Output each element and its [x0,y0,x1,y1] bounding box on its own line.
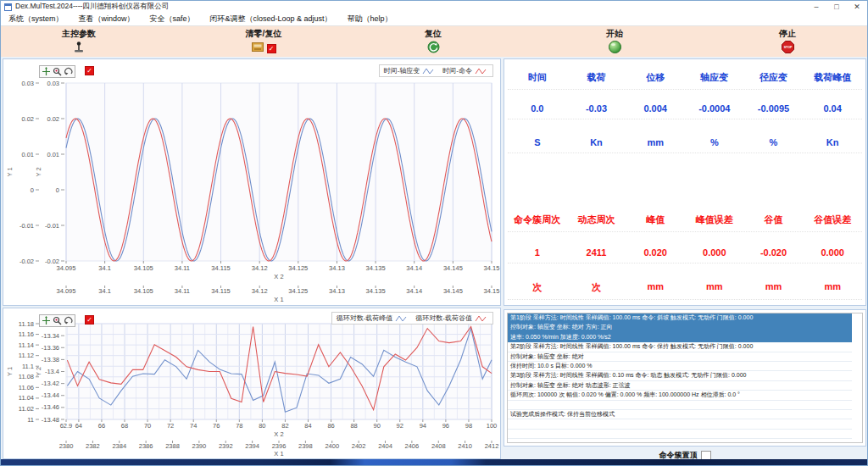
menu-item-0[interactable]: 系统（system） [1,14,71,25]
stage-log-row-6[interactable]: 第3阶段 采样方法: 时间线性 采样阈值: 0.10 ms 命令: 动态 触发模… [508,371,852,380]
title-bar: Dex.MulTest.2024----四川德翔科创仪器有限公司 – □ ✕ [1,1,867,13]
svg-text:2400: 2400 [325,442,339,450]
svg-text:34.115: 34.115 [211,287,230,295]
minimize-icon[interactable]: – [806,1,826,13]
undo-icon[interactable] [64,67,73,76]
svg-text:X 1: X 1 [274,296,283,303]
stage-log-row-2[interactable]: 速率: 0.050 %/min 加速度: 0.000 %/s2 [508,333,852,342]
measurement-cell: 次 [508,281,567,294]
measurement-blue-headers-row: 时间载荷位移轴应变径应变载荷峰值 [508,71,862,90]
waveform-chart-panel: 0.030.020.010-0.01-0.020.030.020.010-0.0… [3,58,501,306]
stage-log-row-5[interactable]: 保持时间: 10.0 s 目标: 0.000 % [508,362,852,371]
cycle-trend-chart-panel: 11.1811.1611.1411.1211.111.0811.0611.041… [3,308,501,459]
stage-log-row-7[interactable]: 控制对象: 轴应变 坐标: 绝对 动态波形: 正弦波 [508,381,852,391]
svg-text:2394: 2394 [245,442,259,450]
svg-text:98: 98 [465,422,472,430]
svg-text:2392: 2392 [219,442,233,450]
svg-text:0.03: 0.03 [21,80,34,87]
svg-text:34.135: 34.135 [366,264,386,272]
menu-item-3[interactable]: 闭环&调整（closed-Loop & adjust） [203,14,340,25]
stage-log-row-0[interactable]: 第1阶段 采样方法: 时间线性 采样阈值: 100.00 ms 命令: 斜坡 触… [508,313,852,323]
toolbar-button-1[interactable]: 清零/复位✓ [223,28,304,55]
toolbar-button-4[interactable]: 停止STOP [747,28,828,55]
toolbar-button-icons [392,42,474,55]
toolbar-button-label: 开始 [574,28,655,40]
svg-text:-13.4: -13.4 [45,368,59,375]
stop-sign-icon: STOP [782,41,794,57]
measurement-cell: 载荷峰值 [803,71,862,84]
toolbar-button-2[interactable]: 复位 [392,28,474,55]
measurement-red-values-row: 124110.0200.000-0.0200.000 [508,247,862,264]
measurement-blue-units-row: SKnmm%%Kn [508,137,862,153]
svg-text:11.12: 11.12 [19,352,34,359]
svg-text:0: 0 [56,186,59,194]
stage-log-row-11[interactable] [508,419,852,429]
measurement-cell: mm [744,281,804,294]
measurement-cell: 0.000 [803,247,862,258]
svg-text:Y 2: Y 2 [35,367,42,376]
measurement-cell: 位移 [626,71,685,84]
menu-item-4[interactable]: 帮助（help） [340,14,400,25]
svg-text:-13.46: -13.46 [42,403,59,411]
stage-log-row-8[interactable]: 循环周次: 100000 次 幅值: 0.020 % 偏置: 0.000 % 频… [508,391,852,400]
svg-text:34.12: 34.12 [252,287,268,295]
svg-text:0.01: 0.01 [21,151,34,158]
measurement-cell: 0.04 [803,103,862,114]
measurement-cell: mm [626,137,685,147]
svg-text:STOP: STOP [783,46,792,49]
menu-item-2[interactable]: 安全（safe） [142,14,203,25]
undo-icon[interactable] [64,316,73,325]
svg-text:96: 96 [442,422,449,430]
svg-text:34.145: 34.145 [443,264,463,272]
svg-text:34.115: 34.115 [211,264,230,272]
pan-icon[interactable] [42,67,51,76]
svg-text:2402: 2402 [352,442,366,450]
svg-text:2396: 2396 [272,442,287,450]
pan-icon[interactable] [42,316,51,325]
svg-text:11.14: 11.14 [19,341,34,349]
svg-text:34.135: 34.135 [366,287,386,295]
stage-log-row-13[interactable] [508,439,852,443]
measurement-cell: % [685,137,744,147]
measurement-cell: 命令簇周次 [508,214,567,226]
svg-text:X 1: X 1 [274,450,283,458]
svg-text:11.16: 11.16 [19,330,34,338]
svg-text:64: 64 [75,422,82,430]
plot-checked-checkbox-icon[interactable]: ✓ [85,66,94,75]
svg-text:88: 88 [350,422,357,430]
toolbar-button-0[interactable]: 主控参数 [38,28,120,55]
stage-log-row-1[interactable]: 控制对象: 轴应变 坐标: 绝对 方向: 正向 [508,323,852,332]
checked-checkbox-icon[interactable]: ✓ [267,44,276,53]
zoom-icon[interactable] [53,67,62,76]
measurement-cell: Kn [567,137,626,147]
legend-label: 时间-命令 [442,66,472,75]
plot-checked-checkbox-icon[interactable]: ✓ [85,315,94,325]
measurement-cell: 0.004 [626,103,685,114]
measurement-cell: 峰值误差 [685,214,744,226]
svg-text:34.105: 34.105 [134,287,153,295]
svg-text:-13.44: -13.44 [42,391,59,399]
maximize-icon[interactable]: □ [826,1,847,13]
svg-text:80: 80 [259,422,265,430]
toolbar-button-icons: STOP [747,42,828,55]
legend-entry: 时间-轴应变 [384,66,437,75]
measurement-cell: % [744,137,804,147]
stage-log-row-10[interactable]: 试验完成后操作模式: 保持当前位移模式 [508,410,852,419]
measurement-cell: 0.000 [685,247,744,258]
stage-log-row-4[interactable]: 控制对象: 轴应变 坐标: 绝对 [508,352,852,362]
stage-log-row-3[interactable]: 第2阶段 采样方法: 时间线性 采样阈值: 100.00 ms 命令: 保持 触… [508,342,852,352]
svg-text:62.9: 62.9 [60,422,73,430]
measurement-blue-values-row: 0.0-0.030.004-0.0004-0.00950.04 [508,103,862,119]
chart-legend: 时间-轴应变时间-命令 [379,64,493,77]
svg-text:-13.34: -13.34 [42,332,59,340]
menu-item-1[interactable]: 查看（window） [71,14,142,25]
stage-log-row-12[interactable] [508,430,852,439]
svg-text:34.1: 34.1 [98,264,111,272]
legend-entry: 循环对数-载荷谷值 [415,313,488,323]
stage-log-row-9[interactable] [508,401,852,410]
toolbar-button-3[interactable]: 开始 [574,28,655,55]
zoom-icon[interactable] [53,316,62,325]
measurement-cell: S [508,137,567,147]
close-icon[interactable]: ✕ [847,1,867,13]
svg-text:34.1: 34.1 [98,287,111,295]
